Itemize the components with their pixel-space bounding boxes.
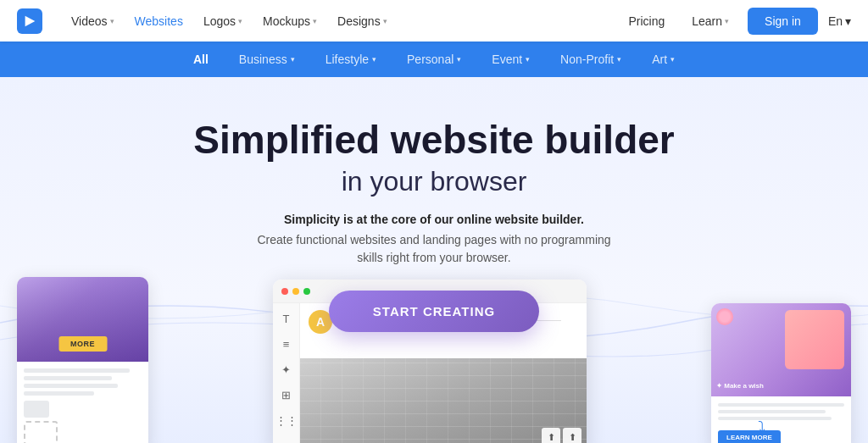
language-selector[interactable]: En ▾ [828,14,851,28]
sign-in-button[interactable]: Sign in [748,8,818,35]
chevron-down-icon: ▾ [238,17,242,25]
more-button: MORE [58,336,107,352]
nav-links: Videos ▾ Websites Logos ▾ Mockups ▾ Desi… [63,9,620,33]
text-line [24,384,118,388]
flower-decoration [716,308,733,325]
chevron-down-icon: ▾ [110,17,114,25]
chevron-down-icon: ▾ [845,14,851,28]
desc-line [718,410,826,413]
upload-icon-1[interactable]: ⬆ [542,428,560,443]
small-box [24,401,49,418]
cursor-icon: ⤵ [758,418,765,436]
hero-subtitle: in your browser [342,166,527,197]
layers-tool-icon[interactable]: ≡ [280,337,293,351]
hero-section: Simplified website builder in your brows… [0,77,868,443]
nav-item-mockups[interactable]: Mockups ▾ [254,9,326,33]
right-preview-card: ✦ Make a wish LEARN MORE ⤵ [711,303,851,443]
nav-item-websites[interactable]: Websites [126,9,192,33]
nav-item-designs[interactable]: Designs ▾ [329,9,396,33]
cake-image [785,310,844,369]
nav-item-logos[interactable]: Logos ▾ [195,9,251,33]
chevron-down-icon: ▾ [526,55,530,64]
nav-item-videos[interactable]: Videos ▾ [63,9,123,33]
nav-right: Pricing Learn ▾ Sign in En ▾ [620,8,851,35]
cat-item-lifestyle[interactable]: Lifestyle ▾ [310,46,392,73]
window-close-dot [281,288,288,295]
nav-item-learn[interactable]: Learn ▾ [683,9,737,33]
cat-item-event[interactable]: Event ▾ [476,46,545,73]
chevron-down-icon: ▾ [313,17,317,25]
chevron-down-icon: ▾ [291,55,295,64]
left-preview-image: MORE [17,277,148,362]
upload-icons: ⬆ ⬆ [542,428,581,443]
dotted-box [24,421,58,443]
nav-item-pricing[interactable]: Pricing [620,9,673,33]
window-maximize-dot [303,288,310,295]
editor-sidebar: T ≡ ✦ ⊞ ⋮⋮ [273,303,300,443]
window-minimize-dot [292,288,299,295]
chevron-down-icon: ▾ [383,17,387,25]
left-preview-card: MORE [17,277,148,443]
desc-line [718,417,832,420]
chevron-down-icon: ▾ [670,55,675,64]
apps-tool-icon[interactable]: ⋮⋮ [280,413,293,427]
hero-title: Simplified website builder [193,118,674,163]
upload-icon-2[interactable]: ⬆ [563,428,581,443]
top-navigation: Videos ▾ Websites Logos ▾ Mockups ▾ Desi… [0,0,868,42]
desc-lines [718,403,844,420]
wish-label: ✦ Make a wish [716,382,764,390]
left-preview-body [17,362,148,443]
start-creating-button[interactable]: START CREATING [329,291,539,332]
right-action-button: LEARN MORE [718,430,781,443]
text-line [24,391,94,396]
text-lines [24,368,142,396]
cat-item-nonprofit[interactable]: Non-Profit ▾ [545,46,637,73]
text-tool-icon[interactable]: T [280,312,293,325]
cake-decoration [716,308,733,325]
logo[interactable] [17,8,42,34]
elements-tool-icon[interactable]: ✦ [280,363,293,376]
cat-item-business[interactable]: Business ▾ [224,46,310,73]
hero-desc-text: Create functional websites and landing p… [257,233,610,264]
category-navigation: All Business ▾ Lifestyle ▾ Personal ▾ Ev… [0,42,868,77]
right-preview-body: LEARN MORE [711,396,851,443]
hero-description: Simplicity is at the core of our online … [256,213,612,267]
svg-marker-0 [25,15,36,26]
grid-tool-icon[interactable]: ⊞ [280,388,293,401]
hero-desc-strong: Simplicity is at the core of our online … [256,213,612,226]
cat-item-personal[interactable]: Personal ▾ [392,46,476,73]
chevron-down-icon: ▾ [617,55,621,64]
chevron-down-icon: ▾ [372,55,376,64]
desc-line [718,403,844,407]
right-preview-top: ✦ Make a wish [711,303,851,396]
chevron-down-icon: ▾ [457,55,461,64]
chevron-down-icon: ▾ [725,17,729,25]
text-line [24,368,130,373]
text-line [24,376,112,380]
cat-item-all[interactable]: All [178,46,224,73]
cat-item-art[interactable]: Art ▾ [637,46,690,73]
